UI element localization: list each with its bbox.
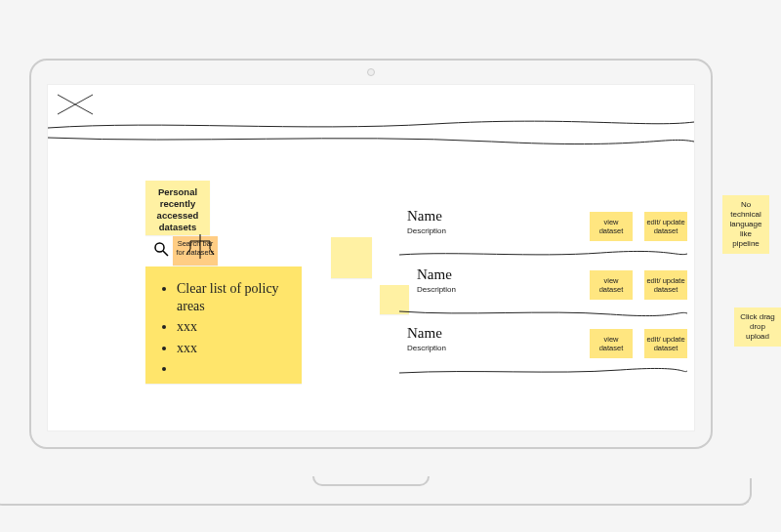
view-dataset-button[interactable]: view dataset: [590, 329, 633, 358]
dataset-row: Name Description view dataset edit/ upda…: [409, 259, 687, 307]
camera-icon: [367, 68, 375, 76]
edit-dataset-button[interactable]: edit/ update dataset: [644, 212, 687, 241]
search-icon[interactable]: [153, 241, 169, 257]
sketch-divider: [399, 249, 687, 259]
note-no-technical-language[interactable]: No technical language like pipeline: [722, 195, 769, 254]
note-drag-drop-upload[interactable]: Click drag drop upload: [734, 307, 781, 347]
dataset-row: Name Description view dataset edit/ upda…: [399, 317, 687, 366]
policy-list-item: xxx: [177, 340, 288, 357]
view-dataset-button[interactable]: view dataset: [590, 270, 633, 300]
logo-placeholder-x-icon: [56, 91, 95, 118]
policy-list-item: xxx: [177, 318, 288, 336]
svg-point-0: [155, 243, 164, 252]
sketch-divider: [399, 307, 687, 317]
view-dataset-button[interactable]: view dataset: [590, 212, 633, 241]
dataset-row: Name Description view dataset edit/ upda…: [399, 200, 687, 249]
laptop-notch: [312, 476, 430, 486]
note-search-bar[interactable]: Search bar for datasets: [173, 236, 218, 266]
edit-dataset-button[interactable]: edit/ update dataset: [644, 270, 687, 300]
dataset-name: Name: [407, 325, 590, 342]
laptop-body: Personal recently accessed datasets Sear…: [29, 59, 713, 449]
dataset-description: Description: [407, 226, 590, 235]
svg-line-1: [163, 251, 168, 256]
sketch-divider: [399, 366, 687, 376]
wireframe-screen: Personal recently accessed datasets Sear…: [47, 84, 695, 431]
dataset-name: Name: [417, 266, 590, 283]
edit-dataset-button[interactable]: edit/ update dataset: [644, 329, 687, 358]
sketch-divider: [48, 132, 694, 145]
policy-list-item: [177, 360, 288, 378]
laptop-base: [0, 478, 752, 506]
dataset-description: Description: [407, 344, 590, 352]
dataset-name: Name: [407, 208, 590, 225]
note-recently-accessed[interactable]: Personal recently accessed datasets: [145, 181, 210, 235]
sketch-divider: [48, 118, 694, 132]
dataset-description: Description: [417, 285, 590, 294]
laptop-frame: Personal recently accessed datasets Sear…: [29, 59, 713, 478]
note-policy-areas-list[interactable]: Clear list of policy areas xxx xxx: [145, 266, 302, 384]
note-blank-square[interactable]: [331, 237, 372, 278]
policy-list-item: Clear list of policy areas: [177, 280, 288, 314]
dataset-list: Name Description view dataset edit/ upda…: [399, 200, 687, 376]
